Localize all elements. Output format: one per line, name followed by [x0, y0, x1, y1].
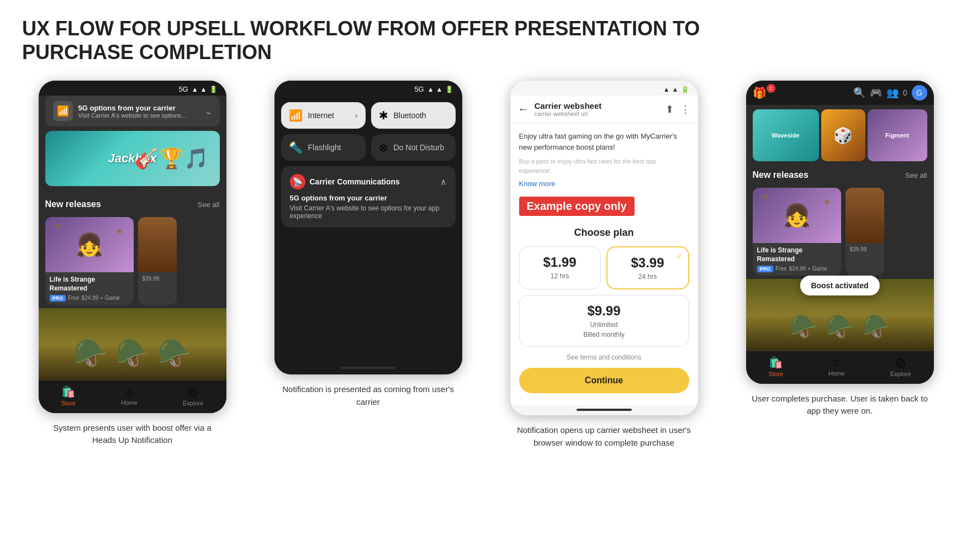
dnd-tile[interactable]: ⊗ Do Not Disturb [371, 134, 456, 161]
websheet-body-text1: Enjoy ultra fast gaming on the go with M… [519, 131, 689, 152]
phone1-notification-area: 📶 5G options from your carrier Visit Car… [39, 96, 226, 195]
game-price-free: Free [68, 295, 80, 301]
carrier-notif-body: Visit Carrier A's website to see options… [290, 204, 447, 220]
internet-tile[interactable]: 📶 Internet › [281, 102, 366, 129]
quick-settings-panel: 📶 Internet › ✱ Bluetooth 🔦 Flashlight [274, 96, 462, 234]
user-avatar[interactable]: G [912, 85, 927, 101]
carrier-notif-title: 5G options from your carrier [290, 194, 447, 202]
plan-1-duration: 12 hrs [527, 272, 593, 280]
phone3-column: 5G ▲ ▲ 🔋 ← Carrier websheet carrier webs… [494, 81, 714, 449]
bluetooth-tile[interactable]: ✱ Bluetooth [371, 102, 456, 129]
continue-button[interactable]: Continue [519, 368, 689, 393]
know-more-link[interactable]: Know more [519, 179, 689, 188]
game-banner2: 🎲 [821, 109, 865, 161]
plan-unlimited-billing: Billed monthly [527, 331, 681, 339]
search-icon[interactable]: 🔍 [853, 87, 865, 99]
flashlight-icon: 🔦 [289, 141, 303, 154]
phone4-game-thumbnail: 👧 🦋 🦋 [753, 188, 841, 243]
life-is-strange-card[interactable]: 👧 🦋 🦋 Life is Strange Remastered PRO Fre… [45, 217, 134, 304]
phone4-life-strange-card[interactable]: 👧 🦋 🦋 Life is Strange Remastered PRO Fre… [753, 188, 841, 275]
choose-plan-title: Choose plan [519, 227, 689, 239]
chevron-down-icon: ⌄ [205, 106, 212, 117]
phone1-status-bar: 5G ▲ ▲ 🔋 [39, 81, 226, 96]
p4-right-icons: 🔍 🎮 👥 0 G [853, 85, 927, 101]
plan-options-row: $1.99 12 hrs $3.99 24 hrs [519, 246, 689, 289]
phone4-nav-home[interactable]: ⌂ Home [828, 356, 844, 377]
pro-badge: PRO [50, 295, 66, 302]
notif-subtitle: Visit Carrier A's website to see options… [78, 112, 199, 119]
notif-text-block: 5G options from your carrier Visit Carri… [78, 104, 199, 119]
phone4-section-title: New releases [753, 170, 809, 180]
phone4-moto-card[interactable]: $39.99 [846, 188, 884, 275]
game-name: Life is Strange Remastered [50, 276, 129, 293]
moto-price: $39.99 [142, 276, 172, 282]
banner-decoration: 🎸🏆🎵 [134, 147, 209, 170]
moto-thumbnail [138, 217, 177, 272]
phone4-nav-explore[interactable]: ◎ Explore [890, 356, 911, 377]
share-icon[interactable]: ⬆ [665, 103, 674, 115]
phone4-store-label: Store [769, 371, 783, 377]
game-info: Life is Strange Remastered PRO Free $24.… [45, 272, 134, 304]
phone2-frame: 5G ▲ ▲ 🔋 📶 Internet › ✱ Bluetooth [274, 81, 462, 374]
phone4-moto-info: $39.99 [846, 243, 884, 256]
phone1-status-icons: ▲ ▲ 🔋 [192, 86, 218, 93]
phone4-nav-store[interactable]: 🛍️ Store [769, 356, 783, 377]
phone4-store-icon: 🛍️ [769, 356, 783, 369]
nav-explore[interactable]: ◎ Explore [183, 385, 203, 406]
moto-card[interactable]: $39.99 [138, 217, 177, 304]
carrier-name: Carrier Communications [310, 177, 400, 186]
phone4-featured-banner: Waveside 🎲 Figment [746, 105, 934, 166]
soldier2-icon: 🪖 [116, 338, 149, 369]
phone4-see-all[interactable]: See all [905, 171, 927, 179]
plan-2-duration: 24 hrs [615, 273, 680, 281]
websheet-title-block: Carrier websheet carrier websheet url [535, 101, 660, 117]
see-all-link[interactable]: See all [198, 200, 220, 209]
nav-home[interactable]: ⌂ Home [121, 385, 137, 406]
qs-row-2: 🔦 Flashlight ⊗ Do Not Disturb [281, 134, 456, 161]
controller-icon[interactable]: 🎮 [870, 87, 882, 99]
moto-info: $39.99 [138, 272, 177, 285]
phone4-game-cat: Game [812, 266, 827, 272]
nav-explore-label: Explore [183, 400, 203, 406]
fps-game-banner: 🪖 🪖 🪖 [39, 308, 226, 380]
phone2-status-bar: 5G ▲ ▲ 🔋 [274, 81, 462, 96]
people-count: 0 [903, 88, 907, 97]
wifi-icon: ▲ [672, 86, 679, 93]
plan-1-price: $1.99 [527, 255, 593, 270]
notif-title: 5G options from your carrier [78, 104, 199, 112]
phone4-game-dot: • [808, 266, 810, 272]
phone1-column: 5G ▲ ▲ 🔋 📶 5G options from your carrier … [22, 81, 242, 446]
plan-2-price: $3.99 [615, 255, 680, 271]
jackbox-banner: Jackbox 🎸🏆🎵 [45, 131, 220, 186]
plan-1-99[interactable]: $1.99 12 hrs [519, 246, 601, 289]
flashlight-tile-label: Flashlight [308, 143, 341, 152]
bluetooth-icon: ✱ [379, 109, 388, 122]
waveside-banner: Waveside [753, 109, 819, 161]
nav-store[interactable]: 🛍️ Store [61, 385, 76, 406]
new-releases-header: New releases See all [39, 195, 226, 214]
expand-icon[interactable]: ∧ [440, 177, 447, 187]
phone1-frame: 5G ▲ ▲ 🔋 📶 5G options from your carrier … [39, 81, 226, 413]
terms-link[interactable]: See terms and conditions [519, 353, 689, 361]
phone4-game-price-orig: $24.99 [789, 266, 806, 272]
phone2-empty-area [274, 234, 462, 361]
plan-unlimited[interactable]: $9.99 Unlimited Billed monthly [519, 295, 689, 347]
soldier3-icon: 🪖 [158, 338, 191, 369]
phone4-home-icon: ⌂ [833, 356, 840, 368]
phone4-column: 🎁 2 🔍 🎮 👥 0 G Waveside 🎲 [730, 81, 950, 417]
dnd-tile-label: Do Not Disturb [394, 143, 445, 152]
phone3-home-indicator [577, 409, 632, 411]
websheet-title: Carrier websheet [535, 101, 660, 110]
phone2-status-icons: ▲ ▲ 🔋 [427, 86, 453, 93]
phones-container: 5G ▲ ▲ 🔋 📶 5G options from your carrier … [22, 81, 950, 449]
flashlight-tile[interactable]: 🔦 Flashlight [281, 134, 366, 161]
back-arrow-icon[interactable]: ← [518, 103, 529, 115]
more-options-icon[interactable]: ⋮ [680, 103, 690, 115]
phone1-notification[interactable]: 📶 5G options from your carrier Visit Car… [45, 96, 220, 126]
websheet-header: ← Carrier websheet carrier websheet url … [510, 96, 698, 123]
nav-home-label: Home [121, 399, 137, 406]
people-icon[interactable]: 👥 [886, 87, 899, 99]
phone4-explore-icon: ◎ [896, 356, 905, 369]
phone2-status-text: 5G [414, 85, 424, 93]
plan-3-99[interactable]: $3.99 24 hrs [606, 246, 689, 289]
